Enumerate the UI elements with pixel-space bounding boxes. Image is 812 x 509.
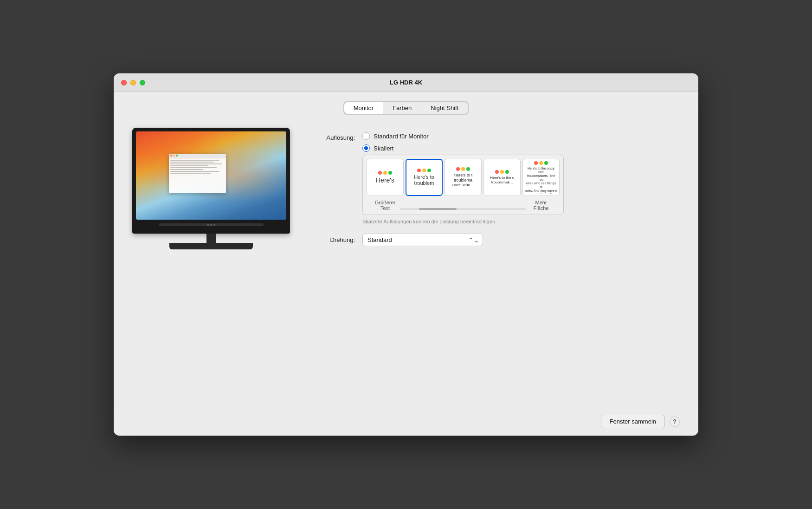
monitor-frame <box>132 128 290 234</box>
screen-window-content <box>169 158 226 176</box>
tab-nightshift[interactable]: Night Shift <box>421 102 468 114</box>
close-button[interactable] <box>121 80 127 85</box>
res-dots-2 <box>417 169 431 172</box>
window-title: LG HDR 4K <box>390 79 422 86</box>
text-line <box>170 171 219 172</box>
res-size-item-2: Here's totroublem <box>406 159 443 211</box>
mini-close <box>170 155 172 157</box>
radio-group: Standard für Monitor Skaliert <box>362 132 429 152</box>
stand-neck <box>206 234 216 243</box>
res-size-option-2[interactable]: Here's totroublem <box>406 159 443 196</box>
resolution-size-options: Here's GrößererText <box>362 155 564 215</box>
radio-skaliert-label: Skaliert <box>374 145 393 152</box>
port-dot <box>213 224 215 226</box>
tab-group: Monitor Farben Night Shift <box>343 101 469 115</box>
res-dot-yellow <box>539 161 543 165</box>
stand-base <box>169 243 253 249</box>
res-dots-3 <box>456 167 470 171</box>
text-line <box>170 163 222 164</box>
main-window: LG HDR 4K Monitor Farben Night Shift <box>114 73 698 436</box>
res-dot-red <box>495 170 499 174</box>
res-dot-green <box>466 167 470 171</box>
res-size-item-5: Here's to the crazy onetroublemakers. Th… <box>522 159 560 211</box>
res-size-option-1[interactable]: Here's <box>367 159 404 196</box>
res-size-option-5[interactable]: Here's to the crazy onetroublemakers. Th… <box>522 159 560 196</box>
res-size-option-4[interactable]: Here's to the ctroublemak... <box>483 159 521 196</box>
res-label-5: MehrFläche <box>533 200 548 211</box>
scroll-indicator <box>400 208 526 210</box>
help-button[interactable]: ? <box>670 417 680 427</box>
radio-standard-label: Standard für Monitor <box>374 133 429 140</box>
mini-maximize <box>176 155 178 157</box>
drehung-select-wrapper: Standard 90° 180° 270° ⌃⌄ <box>362 234 483 246</box>
text-line <box>170 160 219 161</box>
gather-windows-button[interactable]: Fenster sammeln <box>601 415 665 428</box>
res-option-text-5: Here's to the crazy onetroublemakers. Th… <box>525 167 557 194</box>
res-dot-yellow <box>383 171 387 175</box>
bottom-bar: Fenster sammeln ? <box>114 407 698 436</box>
res-option-text-3: Here's to ttroublemaones who... <box>452 173 474 188</box>
port-dot <box>207 224 209 226</box>
window-controls <box>121 80 145 85</box>
monitor-preview <box>132 128 290 249</box>
titlebar: LG HDR 4K <box>114 73 698 92</box>
res-option-text-4: Here's to the ctroublemak... <box>490 176 514 184</box>
monitor-bottom-strip <box>136 220 286 230</box>
res-size-option-3[interactable]: Here's to ttroublemaones who... <box>445 159 482 196</box>
res-dot-green <box>505 170 509 174</box>
monitor-stand <box>132 234 290 249</box>
radio-option-skaliert[interactable]: Skaliert <box>362 144 429 152</box>
content-area: Monitor Farben Night Shift <box>114 92 698 407</box>
res-size-item-4: Here's to the ctroublemak... <box>483 159 521 211</box>
res-dot-red <box>534 161 538 165</box>
port-dot <box>210 224 212 226</box>
res-dot-red <box>417 169 421 172</box>
tab-monitor[interactable]: Monitor <box>344 102 383 114</box>
res-size-item-1: Here's GrößererText <box>367 159 404 211</box>
res-dots-4 <box>495 170 509 174</box>
resolution-size-options-wrapper: Here's GrößererText <box>362 155 680 215</box>
minimize-button[interactable] <box>130 80 136 85</box>
mini-minimize <box>173 155 175 157</box>
res-label-1: GrößererText <box>375 200 396 211</box>
text-line <box>170 167 217 168</box>
res-dot-yellow <box>500 170 504 174</box>
radio-skaliert[interactable] <box>362 144 370 152</box>
main-area: Auflösung: Standard für Monitor Skaliert <box>132 128 680 249</box>
screen-window <box>169 154 226 194</box>
res-size-item-3: Here's to ttroublemaones who... <box>445 159 482 211</box>
res-option-text-1: Here's <box>376 176 394 184</box>
drehung-label: Drehung: <box>309 236 355 243</box>
res-dots-1 <box>378 171 392 175</box>
drehung-select[interactable]: Standard 90° 180° 270° <box>362 234 483 246</box>
maximize-button[interactable] <box>140 80 145 85</box>
res-dots-5 <box>534 161 548 165</box>
text-line <box>170 173 211 174</box>
resolution-label: Auflösung: <box>309 132 355 141</box>
res-dot-green <box>544 161 548 165</box>
resolution-section: Auflösung: Standard für Monitor Skaliert <box>309 132 680 152</box>
monitor-screen <box>136 131 286 220</box>
radio-option-standard[interactable]: Standard für Monitor <box>362 132 429 140</box>
radio-standard[interactable] <box>362 132 370 140</box>
drehung-row: Drehung: Standard 90° 180° 270° ⌃⌄ <box>309 234 680 246</box>
performance-note: Skalierte Auflösungen können die Leistun… <box>362 219 680 224</box>
res-dot-yellow <box>461 167 465 171</box>
settings-panel: Auflösung: Standard für Monitor Skaliert <box>309 128 680 246</box>
screen-window-titlebar <box>169 154 226 158</box>
res-dot-yellow <box>422 169 426 172</box>
tab-bar: Monitor Farben Night Shift <box>132 101 680 115</box>
text-line <box>170 165 208 166</box>
text-line <box>170 162 214 163</box>
tab-farben[interactable]: Farben <box>383 102 421 114</box>
monitor-ports <box>159 223 264 226</box>
text-line <box>170 169 203 170</box>
res-dot-red <box>378 171 382 175</box>
res-dot-red <box>456 167 460 171</box>
res-dot-green <box>388 171 392 175</box>
res-option-text-2: Here's totroublem <box>414 174 434 186</box>
res-dot-green <box>427 169 431 172</box>
scroll-thumb <box>419 208 457 210</box>
